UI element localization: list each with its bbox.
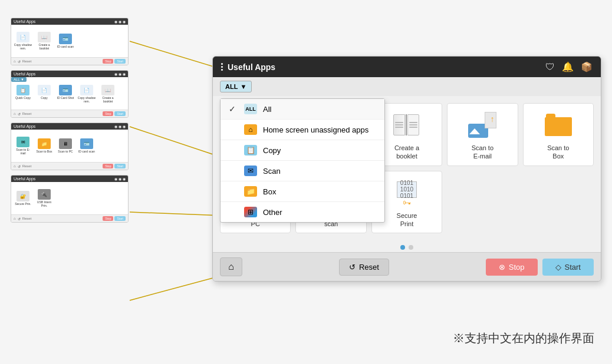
mini-usb-print[interactable]: 🔌 USB Intern Prin. bbox=[35, 189, 54, 207]
scan-box-icon bbox=[545, 114, 572, 136]
mini-panel-4-footer: ⌂↺Reset Stop Start bbox=[11, 214, 128, 222]
all-option-label: All bbox=[263, 105, 271, 114]
mini-start-btn-2[interactable]: Start bbox=[114, 111, 126, 116]
dialog-header: Useful Apps 🛡 🔔 📦 bbox=[213, 57, 601, 77]
mini-id-scan-3-icon: 🪪 bbox=[80, 138, 93, 149]
mini-id-card-2-icon: 🪪 bbox=[59, 85, 72, 95]
mini-panel-2-body: 📋 Quick Copy 📄 Copy 🪪 ID Card Shot 📄 Cop… bbox=[11, 77, 128, 110]
scan-option-icon: ✉ bbox=[244, 166, 257, 176]
mini-panel-1-icons: ◉◉◉ bbox=[114, 19, 126, 24]
mini-panel-3-header: Useful Apps ◉◉◉ bbox=[11, 123, 128, 130]
reset-icon: ↺ bbox=[349, 263, 356, 272]
scan-email-label: Scan toE-mail bbox=[472, 144, 493, 161]
scan-option-label: Scan bbox=[263, 167, 281, 176]
dropdown-other[interactable]: ⊞ Other bbox=[221, 202, 384, 222]
mini-footer-left-1: ⌂↺Reset bbox=[14, 59, 31, 64]
filter-button[interactable]: ALL ▼ bbox=[220, 81, 252, 92]
dropdown-scan[interactable]: ✉ Scan bbox=[221, 161, 384, 181]
mini-panel-4-icons: ◉◉◉ bbox=[114, 177, 126, 181]
copy-option-icon: 📋 bbox=[244, 145, 257, 155]
start-label: Start bbox=[565, 263, 581, 272]
mini-panel-1-body: 📄 Copy shadow rem. 📖 Create a booklet 🪪 … bbox=[11, 25, 128, 57]
scan-email-icon-area: ↑ bbox=[467, 110, 498, 140]
mini-start-btn-3[interactable]: Start bbox=[114, 164, 126, 168]
filter-bar: ALL ▼ ✓ ALL All ⌂ Home screen unassigned… bbox=[213, 77, 601, 96]
create-booklet-icon bbox=[393, 113, 420, 137]
mini-start-btn-1[interactable]: Start bbox=[114, 59, 126, 64]
start-button[interactable]: ◇ Start bbox=[542, 259, 594, 276]
stop-button[interactable]: ⊗ Stop bbox=[486, 259, 538, 276]
app-scan-email[interactable]: ↑ Scan toE-mail bbox=[447, 103, 518, 166]
home-option-label: Home screen unassigned apps bbox=[263, 125, 368, 134]
mini-shadow-2[interactable]: 📄 Copy shadow rem. bbox=[77, 85, 96, 103]
mini-panel-1: Useful Apps ◉◉◉ 📄 Copy shadow rem. 📖 Cre… bbox=[11, 18, 129, 65]
pagination bbox=[213, 240, 601, 252]
filter-dropdown-arrow: ▼ bbox=[240, 83, 246, 90]
svg-line-1 bbox=[130, 127, 218, 156]
mini-panel-1-footer: ⌂↺Reset Stop Start bbox=[11, 57, 128, 65]
mini-booklet-2[interactable]: 📖 Create a booklet bbox=[98, 85, 117, 103]
mini-booklet-2-icon: 📖 bbox=[101, 85, 114, 95]
mini-app-copy-shadow[interactable]: 📄 Copy shadow rem. bbox=[14, 32, 32, 50]
reset-button[interactable]: ↺ Reset bbox=[339, 259, 389, 276]
mini-id-label: ID card scan bbox=[57, 45, 74, 48]
box-option-icon: 📁 bbox=[244, 186, 257, 197]
mini-scan-email[interactable]: ✉ Scan to E-mail bbox=[14, 137, 32, 155]
dialog-title: Useful Apps bbox=[228, 62, 275, 72]
shield-icon[interactable]: 🛡 bbox=[545, 62, 555, 72]
dropdown-copy[interactable]: 📋 Copy bbox=[221, 140, 384, 161]
page-dot-1[interactable] bbox=[400, 245, 405, 250]
other-option-label: Other bbox=[263, 208, 282, 217]
scan-box-label: Scan toBox bbox=[547, 144, 569, 161]
dialog-header-left: Useful Apps bbox=[221, 62, 275, 72]
mini-id-card-2[interactable]: 🪪 ID Card Shot bbox=[56, 85, 75, 103]
mini-stop-btn-2[interactable]: Stop bbox=[103, 111, 113, 116]
mini-footer-right-1: Stop Start bbox=[103, 59, 126, 64]
mini-panel-3-icons: ◉◉◉ bbox=[114, 124, 126, 128]
mini-scan-box-icon: 📁 bbox=[38, 138, 51, 149]
dialog-header-icons: 🛡 🔔 📦 bbox=[545, 61, 593, 72]
secure-print-icon: 010110100101 🗝 bbox=[394, 181, 420, 204]
box-option-label: Box bbox=[263, 187, 276, 196]
mini-scan-email-icon: ✉ bbox=[17, 137, 29, 147]
mini-copy-icon: 📄 bbox=[38, 85, 51, 95]
secure-print-icon-area: 010110100101 🗝 bbox=[391, 177, 422, 208]
mini-app-booklet[interactable]: 📖 Create a booklet bbox=[35, 32, 54, 50]
copy-option-label: Copy bbox=[263, 146, 281, 155]
home-button[interactable]: ⌂ bbox=[220, 257, 242, 276]
page-dot-2[interactable] bbox=[409, 245, 413, 250]
mini-stop-btn-1[interactable]: Stop bbox=[103, 59, 113, 64]
mini-footer-left-4: ⌂↺Reset bbox=[14, 217, 31, 221]
mini-panel-1-title: Useful Apps bbox=[14, 19, 35, 24]
mini-app-id[interactable]: 🪪 ID card scan bbox=[56, 34, 75, 48]
mini-secure-print[interactable]: 🔐 Secure Prin. bbox=[14, 191, 32, 206]
mini-copy[interactable]: 📄 Copy bbox=[35, 85, 54, 103]
main-dialog: Useful Apps 🛡 🔔 📦 ALL ▼ ✓ ALL All ⌂ Home… bbox=[212, 56, 601, 282]
mini-scan-pc[interactable]: 🖥 Scan to PC bbox=[56, 138, 75, 153]
chinese-subtitle: ※支持中文在内的操作界面 bbox=[453, 330, 594, 346]
dropdown-box[interactable]: 📁 Box bbox=[221, 181, 384, 202]
menu-dots-button[interactable] bbox=[221, 63, 223, 71]
dropdown-all[interactable]: ✓ ALL All bbox=[221, 99, 384, 120]
reset-label: Reset bbox=[359, 263, 379, 272]
mini-panel-3-title: Useful Apps bbox=[14, 124, 35, 128]
mini-panel-2-header: Useful Apps ◉◉◉ bbox=[11, 71, 128, 77]
action-buttons: ⊗ Stop ◇ Start bbox=[486, 259, 594, 276]
bell-icon[interactable]: 🔔 bbox=[562, 61, 574, 72]
mini-stop-btn-4[interactable]: Stop bbox=[103, 216, 113, 221]
mini-scan-box[interactable]: 📁 Scan to Box bbox=[35, 138, 54, 153]
dropdown-home[interactable]: ⌂ Home screen unassigned apps bbox=[221, 120, 384, 140]
app-scan-box[interactable]: Scan toBox bbox=[523, 103, 594, 166]
mini-id-icon: 🪪 bbox=[59, 34, 72, 44]
mini-panel-2: Useful Apps ◉◉◉ 📋 Quick Copy 📄 Copy 🪪 ID… bbox=[11, 70, 129, 118]
mini-start-btn-4[interactable]: Start bbox=[114, 216, 126, 221]
dot-3 bbox=[221, 69, 223, 71]
mini-id-scan-3[interactable]: 🪪 ID card scan bbox=[77, 138, 96, 153]
mini-stop-btn-3[interactable]: Stop bbox=[103, 164, 113, 168]
start-icon: ◇ bbox=[555, 263, 561, 272]
bottom-left-buttons: ⌂ bbox=[220, 257, 242, 276]
mini-quick-copy[interactable]: 📋 Quick Copy bbox=[14, 85, 32, 103]
box-icon[interactable]: 📦 bbox=[581, 61, 593, 72]
mini-copy-shadow-icon: 📄 bbox=[17, 32, 29, 42]
filter-dropdown: ✓ ALL All ⌂ Home screen unassigned apps … bbox=[220, 98, 385, 223]
